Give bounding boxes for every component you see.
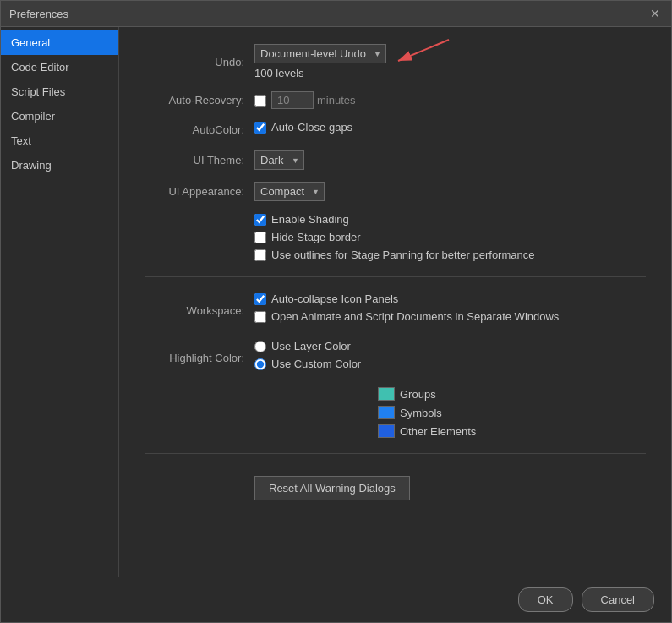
ok-button[interactable]: OK [518,587,573,612]
enable-shading-row: Enable Shading [254,213,646,226]
ui-theme-select[interactable]: Dark Light [254,150,304,170]
enable-shading-label: Enable Shading [271,213,349,226]
cancel-button[interactable]: Cancel [582,587,654,612]
divider-1 [145,276,646,277]
ui-appearance-select-wrapper: Compact Normal [254,182,325,201]
reset-all-warnings-button[interactable]: Reset All Warning Dialogs [254,476,410,500]
sidebar-item-compiler[interactable]: Compiler [1,104,118,128]
dialog-body: General Code Editor Script Files Compile… [1,27,671,577]
hide-stage-border-label: Hide Stage border [271,231,361,243]
workspace-controls: Auto-collapse Icon Panels Open Animate a… [254,292,559,328]
symbols-label: Symbols [400,407,442,419]
svg-line-1 [398,40,449,61]
divider-2 [145,453,646,454]
use-custom-color-radio[interactable] [254,358,266,370]
dialog-footer: OK Cancel [1,577,671,622]
title-bar: Preferences ✕ [1,1,671,27]
auto-collapse-row: Auto-collapse Icon Panels [254,292,559,305]
auto-recovery-controls: minutes [254,91,356,109]
other-elements-color-item: Other Elements [378,424,646,438]
use-custom-color-label: Use Custom Color [271,358,361,370]
ui-appearance-row: UI Appearance: Compact Normal [145,182,646,201]
highlight-color-row: Highlight Color: Use Layer Color Use Cus… [145,340,646,375]
symbols-color-swatch[interactable] [378,406,395,419]
ui-theme-label: UI Theme: [145,154,254,167]
sidebar-item-script-files[interactable]: Script Files [1,79,118,104]
sidebar-item-text[interactable]: Text [1,128,118,153]
use-outlines-row: Use outlines for Stage Panning for bette… [254,249,646,261]
undo-select-wrapper: Document-level Undo Object-level Undo [254,44,386,63]
autoclose-checkbox[interactable] [254,122,266,134]
dialog-title: Preferences [9,8,68,20]
autocolor-row: AutoColor: Auto-Close gaps [145,121,646,139]
ui-appearance-label: UI Appearance: [145,185,254,198]
workspace-label: Workspace: [145,304,254,317]
red-arrow-annotation [390,36,457,69]
undo-levels: 100 levels [254,67,386,79]
use-outlines-label: Use outlines for Stage Panning for bette… [271,249,534,261]
symbols-color-item: Symbols [378,406,646,419]
groups-color-swatch[interactable] [378,387,395,401]
undo-top: Document-level Undo Object-level Undo [254,44,386,63]
preferences-dialog: Preferences ✕ General Code Editor Script… [0,0,672,623]
highlight-color-label: Highlight Color: [145,352,254,364]
undo-select[interactable]: Document-level Undo Object-level Undo [254,44,386,63]
sidebar-item-drawing[interactable]: Drawing [1,153,118,178]
auto-recovery-row: Auto-Recovery: minutes [145,91,646,109]
sidebar-item-code-editor[interactable]: Code Editor [1,55,118,79]
highlight-color-controls: Use Layer Color Use Custom Color [254,340,361,375]
groups-label: Groups [400,388,436,401]
ui-theme-row: UI Theme: Dark Light [145,150,646,170]
workspace-row: Workspace: Auto-collapse Icon Panels Ope… [145,292,646,328]
undo-label: Undo: [145,56,254,68]
sidebar-item-general[interactable]: General [1,30,118,55]
open-animate-checkbox[interactable] [254,311,266,323]
use-layer-color-radio[interactable] [254,341,266,352]
main-content: Undo: Document-level Undo Object-level U… [119,27,671,577]
appearance-options-group: Enable Shading Hide Stage border Use out… [254,213,646,261]
hide-stage-border-checkbox[interactable] [254,232,266,243]
close-button[interactable]: ✕ [647,6,663,21]
undo-row: Undo: Document-level Undo Object-level U… [145,44,646,79]
autoclose-row: Auto-Close gaps [254,121,352,134]
hide-stage-border-row: Hide Stage border [254,231,646,243]
use-layer-color-label: Use Layer Color [271,340,351,352]
other-elements-label: Other Elements [400,425,476,438]
minutes-label: minutes [317,94,356,107]
auto-recovery-checkbox[interactable] [254,95,266,107]
groups-color-item: Groups [378,387,646,401]
auto-collapse-label: Auto-collapse Icon Panels [271,292,398,305]
use-custom-color-row: Use Custom Color [254,358,361,370]
auto-recovery-minutes-input[interactable] [271,91,314,109]
sidebar: General Code Editor Script Files Compile… [1,27,119,577]
auto-recovery-label: Auto-Recovery: [145,94,254,107]
auto-collapse-checkbox[interactable] [254,293,266,305]
ui-appearance-select[interactable]: Compact Normal [254,182,325,201]
use-outlines-checkbox[interactable] [254,249,266,261]
undo-block: Document-level Undo Object-level Undo [254,44,386,79]
autoclose-label: Auto-Close gaps [271,121,352,134]
autocolor-label: AutoColor: [145,123,254,136]
ui-theme-select-wrapper: Dark Light [254,150,304,170]
use-layer-color-row: Use Layer Color [254,340,361,352]
open-animate-row: Open Animate and Script Documents in Sep… [254,310,559,323]
other-elements-color-swatch[interactable] [378,424,395,438]
open-animate-label: Open Animate and Script Documents in Sep… [271,310,559,323]
enable-shading-checkbox[interactable] [254,214,266,226]
